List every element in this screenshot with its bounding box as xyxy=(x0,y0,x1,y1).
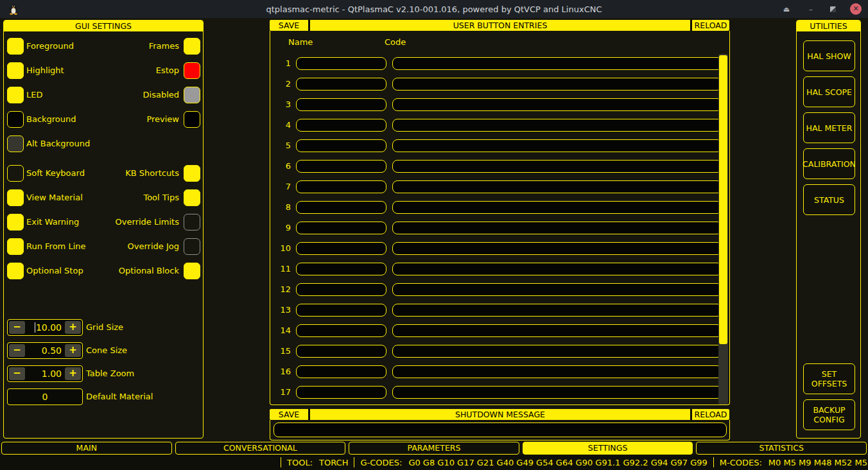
color-swatch-left-2[interactable] xyxy=(7,87,24,103)
checkbox-right-0[interactable] xyxy=(184,165,200,182)
user-button-code-input-10[interactable] xyxy=(392,263,722,275)
checkbox-right-3[interactable] xyxy=(184,238,200,255)
user-button-code-input-14[interactable] xyxy=(392,345,722,358)
spin-minus-button-1[interactable]: − xyxy=(9,344,25,357)
user-button-name-input-16[interactable] xyxy=(296,386,386,399)
user-button-code-input-8[interactable] xyxy=(392,222,722,234)
user-button-row-0: 1 xyxy=(278,57,724,70)
user-button-code-input-2[interactable] xyxy=(392,98,722,111)
color-swatch-right-3[interactable] xyxy=(184,111,200,128)
checkbox-right-4[interactable] xyxy=(184,263,200,279)
user-button-name-input-12[interactable] xyxy=(296,304,386,317)
user-button-name-input-0[interactable] xyxy=(296,57,386,70)
checkbox-row-4: Optional Stop Optional Block xyxy=(4,263,203,279)
restore-window-icon[interactable] xyxy=(830,6,836,12)
user-button-row-2: 3 xyxy=(278,98,724,111)
scrollbar-thumb[interactable] xyxy=(719,55,727,344)
utility-button-0[interactable]: HAL SHOW xyxy=(803,40,855,71)
main-tab-bar: MAIN CONVERSATIONAL PARAMETERS SETTINGS … xyxy=(0,442,868,455)
user-button-code-input-13[interactable] xyxy=(392,324,722,337)
tab-0[interactable]: MAIN xyxy=(1,442,172,455)
user-button-code-input-1[interactable] xyxy=(392,78,722,91)
spin-value-1[interactable]: 0.50 xyxy=(26,345,64,356)
color-swatch-left-4[interactable] xyxy=(7,135,24,152)
spin-minus-button-0[interactable]: − xyxy=(9,321,25,334)
spin-plus-button-0[interactable]: + xyxy=(65,321,81,334)
checkbox-right-2[interactable] xyxy=(184,214,200,231)
user-button-code-input-5[interactable] xyxy=(392,160,722,173)
user-button-name-input-4[interactable] xyxy=(296,139,386,152)
utility-bottom-button-1[interactable]: BACKUP CONFIG xyxy=(803,399,855,430)
utility-button-1[interactable]: HAL SCOPE xyxy=(803,76,855,107)
user-button-name-input-5[interactable] xyxy=(296,160,386,173)
user-button-code-input-4[interactable] xyxy=(392,139,722,152)
utility-button-3[interactable]: CALIBRATION xyxy=(803,148,855,179)
minimize-icon[interactable]: – xyxy=(806,5,816,13)
user-button-code-input-11[interactable] xyxy=(392,283,722,296)
user-button-row-7: 8 xyxy=(278,201,724,214)
user-button-row-15: 16 xyxy=(278,365,724,378)
color-label-left-2: LED xyxy=(26,87,42,103)
spin-value-2[interactable]: 1.00 xyxy=(26,369,64,379)
color-swatch-right-0[interactable] xyxy=(184,38,200,55)
spin-minus-button-2[interactable]: − xyxy=(9,367,25,380)
user-button-name-input-10[interactable] xyxy=(296,263,386,275)
user-button-name-input-14[interactable] xyxy=(296,345,386,358)
user-buttons-save-button[interactable]: SAVE xyxy=(270,20,308,31)
row-number-12: 13 xyxy=(278,304,291,317)
shutdown-message-title: SHUTDOWN MESSAGE xyxy=(310,409,690,420)
gui-settings-title: GUI SETTINGS xyxy=(4,21,203,31)
user-button-name-input-8[interactable] xyxy=(296,222,386,234)
tab-3[interactable]: SETTINGS xyxy=(523,442,693,455)
user-button-code-input-12[interactable] xyxy=(392,304,722,317)
tool-value: TORCH xyxy=(319,458,348,467)
shutdown-reload-button[interactable]: RELOAD xyxy=(692,409,729,420)
user-button-code-input-9[interactable] xyxy=(392,242,722,255)
user-button-code-input-6[interactable] xyxy=(392,180,722,193)
user-button-name-input-2[interactable] xyxy=(296,98,386,111)
user-button-name-input-9[interactable] xyxy=(296,242,386,255)
user-button-code-input-16[interactable] xyxy=(392,386,722,399)
checkbox-left-2[interactable] xyxy=(7,214,24,231)
tab-2[interactable]: PARAMETERS xyxy=(349,442,519,455)
checkbox-left-4[interactable] xyxy=(7,263,24,279)
utility-bottom-button-0[interactable]: SET OFFSETS xyxy=(803,363,855,394)
scrollbar[interactable] xyxy=(718,54,728,405)
utility-button-2[interactable]: HAL METER xyxy=(803,112,855,143)
spin-value-0[interactable]: 10.00 xyxy=(26,322,64,333)
color-swatch-left-1[interactable] xyxy=(7,62,24,79)
spin-plus-button-1[interactable]: + xyxy=(65,344,81,357)
default-material-input[interactable]: 0 xyxy=(7,388,83,405)
checkbox-right-1[interactable] xyxy=(184,189,200,206)
checkbox-left-0[interactable] xyxy=(7,165,24,182)
user-button-name-input-3[interactable] xyxy=(296,119,386,132)
user-button-name-input-6[interactable] xyxy=(296,180,386,193)
color-swatch-left-3[interactable] xyxy=(7,111,24,128)
user-button-name-input-7[interactable] xyxy=(296,201,386,214)
user-button-code-input-3[interactable] xyxy=(392,119,722,132)
user-button-name-input-1[interactable] xyxy=(296,78,386,91)
checkbox-label-left-3: Run From Line xyxy=(26,238,86,255)
user-button-code-input-7[interactable] xyxy=(392,201,722,214)
user-button-name-input-13[interactable] xyxy=(296,324,386,337)
color-swatch-right-2[interactable] xyxy=(184,87,200,103)
checkbox-left-1[interactable] xyxy=(7,189,24,206)
spin-value-text-1: 0.50 xyxy=(42,345,62,356)
shutdown-message-input[interactable] xyxy=(273,422,727,437)
user-button-name-input-11[interactable] xyxy=(296,283,386,296)
close-icon[interactable]: ✕ xyxy=(850,3,862,15)
tab-1[interactable]: CONVERSATIONAL xyxy=(175,442,346,455)
user-button-code-input-15[interactable] xyxy=(392,365,722,378)
shutdown-save-button[interactable]: SAVE xyxy=(270,409,308,420)
color-row-0: Foreground Frames xyxy=(4,38,203,55)
color-swatch-right-1[interactable] xyxy=(184,62,200,79)
spin-plus-button-2[interactable]: + xyxy=(65,367,81,380)
user-button-code-input-0[interactable] xyxy=(392,57,722,70)
utility-button-4[interactable]: STATUS xyxy=(803,184,855,215)
checkbox-left-3[interactable] xyxy=(7,238,24,255)
user-button-name-input-15[interactable] xyxy=(296,365,386,378)
shade-window-icon[interactable]: ⏏ xyxy=(781,5,792,13)
tab-4[interactable]: STATISTICS xyxy=(696,442,867,455)
user-buttons-reload-button[interactable]: RELOAD xyxy=(692,20,729,31)
color-swatch-left-0[interactable] xyxy=(7,38,24,55)
